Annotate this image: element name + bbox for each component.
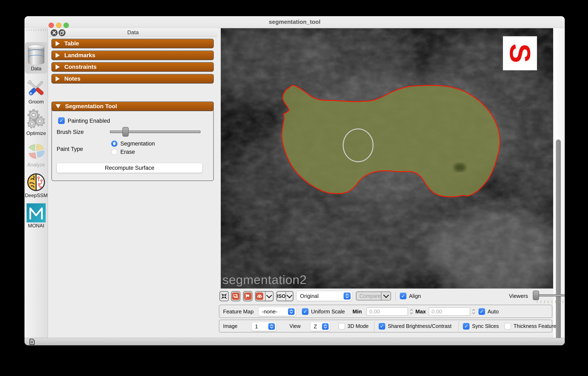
shapeworks-logo: S [503, 36, 537, 70]
section-table[interactable]: Table [52, 39, 214, 48]
flag-icon [244, 292, 251, 300]
paint-type-erase-radio[interactable] [111, 149, 118, 155]
recompute-surface-button[interactable]: Recompute Surface [57, 163, 203, 173]
chevron-down-icon [266, 292, 272, 298]
section-landmarks[interactable]: Landmarks [52, 51, 214, 60]
compare-menu-arrow [381, 292, 391, 300]
paint-type-segmentation-radio[interactable] [111, 141, 118, 147]
thickness-feature-checkbox[interactable] [504, 323, 511, 330]
paint-type-erase-label: Erase [120, 149, 135, 155]
eye-icon [256, 292, 263, 300]
sidebar-item-label: Analyze [25, 162, 47, 168]
sidebar-item-label: MONAI [25, 223, 47, 229]
subject-name-label: segmentation2 [222, 272, 307, 287]
min-spinner[interactable] [408, 307, 414, 316]
select-stepper-icon [288, 308, 295, 315]
iso-mode-button[interactable]: ISO [276, 291, 294, 301]
chevron-right-icon [56, 41, 60, 46]
section-constraints[interactable]: Constraints [52, 62, 214, 72]
surface-menu-arrow[interactable] [266, 294, 273, 298]
divider [374, 321, 374, 331]
status-bar [24, 338, 565, 345]
uniform-scale-label: Uniform Scale [311, 308, 345, 315]
feature-map-select[interactable]: -none- [258, 307, 296, 316]
segmentation-tool-group: Segmentation Tool ✓ Painting Enabled Bru… [52, 102, 214, 181]
tools-icon [26, 78, 46, 98]
sidebar-item-optimize[interactable]: Optimize [25, 109, 47, 136]
sync-slices-checkbox[interactable]: ✓ [463, 323, 469, 330]
section-notes[interactable]: Notes [52, 74, 214, 84]
glyphs-icon [232, 292, 240, 300]
chevron-down-icon [286, 292, 292, 298]
chevron-down-icon [383, 292, 389, 298]
sidebar-item-data[interactable]: Data [25, 44, 47, 72]
viewers-slider-handle[interactable] [533, 291, 539, 300]
show-surface-button[interactable] [255, 291, 274, 301]
image-label: Image [223, 323, 237, 329]
brush-size-slider-handle[interactable] [122, 127, 129, 136]
view-label: View [289, 323, 301, 329]
sidebar-item-groom[interactable]: Groom [25, 78, 47, 105]
sidebar-item-analyze[interactable]: Analyze [25, 142, 47, 168]
feature-map-row: Feature Map -none- ✓ Uniform Scale Min 0… [219, 305, 552, 318]
viewer-scrollbar-thumb[interactable] [556, 139, 561, 345]
sidebar-item-label: Optimize [25, 130, 47, 136]
show-landmarks-button[interactable] [243, 291, 252, 301]
viewer-toolbar: ISO Original Compare ✓ Align Viewers [219, 290, 553, 303]
compare-label: Compare [357, 293, 381, 299]
divider [458, 321, 459, 331]
panel-title: Data [49, 28, 217, 37]
log-document-icon[interactable] [29, 338, 35, 345]
fit-to-view-icon [221, 293, 227, 299]
iso-menu-arrow[interactable] [286, 294, 293, 298]
select-stepper-icon [268, 323, 275, 330]
thickness-feature-label: Thickness Feature [513, 323, 556, 329]
painting-enabled-checkbox[interactable]: ✓ [58, 117, 65, 124]
align-label: Align [409, 293, 421, 299]
pie-chart-icon [26, 142, 46, 161]
section-label: Table [64, 40, 79, 47]
section-segmentation-tool[interactable]: Segmentation Tool [52, 102, 214, 111]
shared-brightness-checkbox[interactable]: ✓ [379, 323, 385, 330]
auto-label: Auto [488, 308, 499, 315]
titlebar: segmentation_tool [24, 16, 565, 28]
feature-map-label: Feature Map [223, 308, 253, 315]
window-title: segmentation_tool [24, 16, 565, 28]
display-mode-value: Original [297, 293, 344, 299]
image-select[interactable]: 1 [251, 322, 276, 331]
brain-icon [26, 172, 46, 192]
min-label: Min [352, 308, 362, 315]
3d-mode-label: 3D Mode [348, 323, 369, 329]
max-spinner[interactable] [470, 307, 477, 316]
auto-checkbox[interactable]: ✓ [479, 308, 485, 315]
sidebar-item-label: DeepSSM [25, 193, 47, 198]
sidebar-item-monai[interactable]: MONAI [25, 203, 47, 229]
min-input[interactable]: 0.00 [366, 307, 408, 316]
chevron-right-icon [56, 53, 60, 58]
max-input[interactable]: 0.00 [429, 307, 470, 316]
sidebar-item-label: Groom [25, 99, 47, 105]
display-mode-select[interactable]: Original [296, 291, 352, 301]
autofit-view-button[interactable] [219, 291, 229, 301]
section-label: Notes [64, 75, 80, 82]
section-label: Segmentation Tool [65, 103, 117, 110]
mode-toolbar: Data Groom [24, 28, 48, 338]
3d-mode-checkbox[interactable] [338, 323, 345, 330]
sync-slices-label: Sync Slices [472, 323, 499, 329]
database-icon [26, 44, 46, 65]
data-panel-header: Data [49, 28, 217, 37]
show-glyphs-button[interactable] [231, 291, 240, 301]
toolbar-drag-handle[interactable] [26, 30, 46, 31]
sidebar-item-label: Data [25, 66, 47, 72]
app-window: segmentation_tool Data [24, 16, 565, 345]
sidebar-item-deepssm[interactable]: DeepSSM [25, 172, 47, 198]
shared-brightness-label: Shared Brightness/Contrast [388, 323, 451, 329]
align-checkbox[interactable]: ✓ [400, 293, 406, 299]
view-axis-select[interactable]: Z [310, 322, 330, 331]
uniform-scale-checkbox[interactable]: ✓ [302, 308, 308, 315]
viewer-scrollbar[interactable] [553, 28, 565, 345]
paint-type-segmentation-label: Segmentation [120, 141, 155, 147]
slice-viewer[interactable]: S segmentation2 [221, 28, 553, 289]
view-axis-value: Z [310, 323, 322, 330]
chevron-right-icon [56, 64, 60, 69]
